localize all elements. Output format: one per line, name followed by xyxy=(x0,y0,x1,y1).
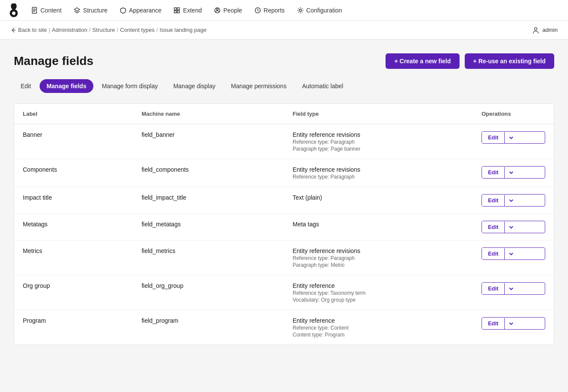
col-header-field-type: Field type xyxy=(284,104,473,124)
edit-field-button[interactable]: Edit xyxy=(482,318,505,329)
edit-field-button[interactable]: Edit xyxy=(482,221,505,233)
back-arrow-icon xyxy=(10,27,16,33)
breadcrumb-content-types[interactable]: Content types xyxy=(120,27,154,33)
nav-configuration[interactable]: Configuration xyxy=(292,3,347,17)
page-title: Manage fields xyxy=(14,54,93,68)
col-header-machine-name: Machine name xyxy=(133,104,284,124)
field-type: Entity referenceReference type: Taxonomy… xyxy=(284,275,473,310)
table-row: Componentsfield_componentsEntity referen… xyxy=(14,159,554,187)
col-header-operations: Operations xyxy=(473,104,554,124)
admin-user-menu[interactable]: admin xyxy=(531,26,558,34)
field-label: Org group xyxy=(14,275,133,310)
header-buttons: + Create a new field + Re-use an existin… xyxy=(386,53,554,69)
nav-appearance[interactable]: Appearance xyxy=(114,3,167,17)
field-type: Entity reference revisionsReference type… xyxy=(284,124,473,159)
svg-point-2 xyxy=(12,11,15,15)
edit-field-button[interactable]: Edit xyxy=(482,132,505,143)
tab-manage-display[interactable]: Manage display xyxy=(167,79,222,93)
tabs-bar: Edit Manage fields Manage form display M… xyxy=(14,79,554,93)
svg-rect-10 xyxy=(174,11,176,13)
tab-manage-form-display[interactable]: Manage form display xyxy=(95,79,165,93)
table-row: Metricsfield_metricsEntity reference rev… xyxy=(14,241,554,275)
create-new-field-button[interactable]: + Create a new field xyxy=(386,53,459,69)
edit-field-button[interactable]: Edit xyxy=(482,248,505,259)
breadcrumb-bar: Back to site | Administration / Structur… xyxy=(0,21,568,40)
field-type: Meta tags xyxy=(284,214,473,241)
admin-username: admin xyxy=(543,27,558,33)
svg-rect-8 xyxy=(174,8,176,10)
field-machine-name: field_impact_title xyxy=(133,187,284,214)
tab-edit[interactable]: Edit xyxy=(14,79,38,93)
reuse-existing-field-button[interactable]: + Re-use an existing field xyxy=(465,53,554,69)
field-label: Components xyxy=(14,159,133,187)
edit-dropdown-button[interactable] xyxy=(504,132,518,143)
field-type: Entity referenceReference type: ContentC… xyxy=(284,310,473,345)
nav-content[interactable]: Content xyxy=(26,3,67,17)
edit-dropdown-button[interactable] xyxy=(504,318,518,329)
table-row: Impact titlefield_impact_titleText (plai… xyxy=(14,187,554,214)
chevron-down-icon xyxy=(508,224,514,230)
field-operations: Edit xyxy=(473,310,554,345)
edit-dropdown-button[interactable] xyxy=(504,222,518,233)
field-operations: Edit xyxy=(473,214,554,241)
breadcrumb: Back to site | Administration / Structur… xyxy=(10,27,207,33)
chevron-down-icon xyxy=(508,170,514,176)
field-label: Impact title xyxy=(14,187,133,214)
breadcrumb-structure[interactable]: Structure xyxy=(93,27,115,33)
chevron-down-icon xyxy=(508,321,514,327)
field-machine-name: field_metrics xyxy=(133,241,284,275)
user-icon xyxy=(531,26,540,34)
field-label: Metatags xyxy=(14,214,133,241)
edit-button-group: Edit xyxy=(482,247,545,260)
edit-button-group: Edit xyxy=(482,317,545,330)
field-machine-name: field_org_group xyxy=(133,275,284,310)
nav-structure[interactable]: Structure xyxy=(68,3,113,17)
edit-dropdown-button[interactable] xyxy=(504,167,518,178)
chevron-down-icon xyxy=(508,251,514,257)
edit-dropdown-button[interactable] xyxy=(504,283,518,294)
table-row: Programfield_programEntity referenceRefe… xyxy=(14,310,554,345)
edit-field-button[interactable]: Edit xyxy=(482,167,505,178)
field-operations: Edit xyxy=(473,187,554,214)
table-row: Org groupfield_org_groupEntity reference… xyxy=(14,275,554,310)
field-label: Banner xyxy=(14,124,133,159)
edit-button-group: Edit xyxy=(482,131,545,144)
page-header: Manage fields + Create a new field + Re-… xyxy=(14,53,554,69)
svg-rect-9 xyxy=(177,8,179,10)
breadcrumb-administration[interactable]: Administration xyxy=(52,27,87,33)
col-header-label: Label xyxy=(14,104,133,124)
field-machine-name: field_components xyxy=(133,159,284,187)
edit-field-button[interactable]: Edit xyxy=(482,283,505,294)
nav-extend[interactable]: Extend xyxy=(168,3,207,17)
chevron-down-icon xyxy=(508,286,514,292)
svg-point-15 xyxy=(299,9,301,11)
field-operations: Edit xyxy=(473,159,554,187)
main-content: Manage fields + Create a new field + Re-… xyxy=(0,40,568,359)
svg-rect-11 xyxy=(177,11,179,13)
nav-reports[interactable]: Reports xyxy=(249,3,290,17)
field-type: Entity reference revisionsReference type… xyxy=(284,159,473,187)
breadcrumb-current: Issue landing page xyxy=(160,27,207,33)
edit-dropdown-button[interactable] xyxy=(504,248,518,259)
tab-manage-permissions[interactable]: Manage permissions xyxy=(224,79,293,93)
top-nav: Content Structure Appearance Extend Peop… xyxy=(0,0,568,21)
back-to-site-link[interactable]: Back to site xyxy=(18,27,47,33)
gear-icon xyxy=(297,7,304,14)
table-row: Metatagsfield_metatagsMeta tagsEdit xyxy=(14,214,554,241)
chevron-down-icon xyxy=(508,135,514,141)
svg-marker-7 xyxy=(74,8,80,11)
svg-point-17 xyxy=(534,28,537,30)
edit-dropdown-button[interactable] xyxy=(504,195,518,206)
tab-manage-fields[interactable]: Manage fields xyxy=(40,79,93,93)
tab-automatic-label[interactable]: Automatic label xyxy=(295,79,350,93)
field-type: Entity reference revisionsReference type… xyxy=(284,241,473,275)
svg-point-13 xyxy=(216,9,218,10)
site-logo[interactable] xyxy=(7,3,21,17)
fields-table: Label Machine name Field type Operations… xyxy=(14,104,554,345)
table-row: Bannerfield_bannerEntity reference revis… xyxy=(14,124,554,159)
edit-button-group: Edit xyxy=(482,194,545,207)
field-operations: Edit xyxy=(473,124,554,159)
nav-people[interactable]: People xyxy=(209,3,247,17)
edit-field-button[interactable]: Edit xyxy=(482,194,505,206)
file-icon xyxy=(31,7,38,14)
